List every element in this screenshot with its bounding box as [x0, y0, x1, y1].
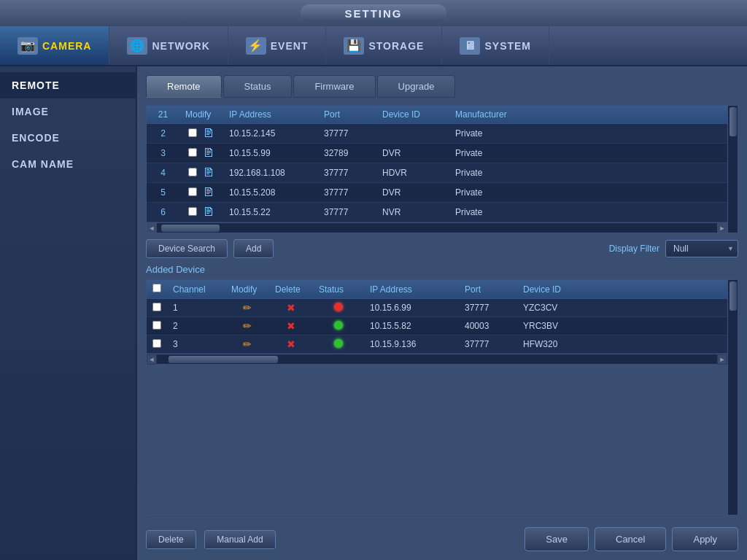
added-row-ip: 10.15.5.82	[364, 317, 459, 335]
added-row-deviceid: YZC3CV	[517, 299, 727, 317]
edit-icon[interactable]: ✏	[243, 302, 252, 314]
hscroll-thumb[interactable]	[161, 225, 220, 232]
tab-upgrade[interactable]: Upgrade	[377, 75, 456, 98]
added-row-check	[147, 317, 167, 335]
delete-row-icon[interactable]: ✖	[287, 338, 295, 350]
nav-bar: 📷 CAMERA 🌐 NETWORK ⚡ EVENT 💾 STORAGE 🖥 S…	[0, 26, 747, 66]
save-button[interactable]: Save	[525, 527, 589, 551]
added-row-channel: 1	[167, 299, 225, 317]
cancel-button[interactable]: Cancel	[595, 527, 666, 551]
row-port: 37777	[318, 183, 376, 203]
tab-remote[interactable]: Remote	[146, 75, 222, 98]
device-scroll-area: 21 Modify IP Address Port Device ID Manu…	[147, 106, 727, 222]
device-table-inner: 21 Modify IP Address Port Device ID Manu…	[147, 106, 727, 233]
added-hscroll-left[interactable]: ◄	[147, 354, 157, 365]
device-table-row: 6 🖹 10.15.5.22 37777 NVR Private	[147, 203, 727, 222]
added-row-checkbox[interactable]	[152, 339, 161, 348]
nav-system[interactable]: 🖥 SYSTEM	[442, 26, 549, 65]
row-modify: 🖹	[179, 144, 223, 163]
nav-storage-label: STORAGE	[368, 40, 424, 52]
sidebar-item-camname[interactable]: CAM NAME	[0, 151, 136, 177]
sidebar-item-image[interactable]: IMAGE	[0, 98, 136, 125]
row-port: 37777	[318, 124, 376, 144]
system-icon: 🖥	[460, 37, 480, 55]
nav-camera-label: CAMERA	[42, 40, 91, 52]
added-col-ip: IP Address	[364, 280, 459, 299]
row-num: 4	[147, 163, 179, 183]
added-col-status: Status	[313, 280, 364, 299]
row-checkbox[interactable]	[188, 148, 197, 157]
action-row: Device Search Add Display Filter Null	[146, 239, 738, 258]
status-dot	[334, 321, 343, 330]
added-hscroll-right[interactable]: ►	[717, 354, 727, 365]
bottom-row: Delete Manual Add Save Cancel Apply	[146, 521, 738, 551]
modify-icon[interactable]: 🖹	[203, 206, 214, 218]
row-ip: 10.15.5.22	[223, 203, 318, 222]
nav-network-label: NETWORK	[152, 40, 209, 52]
add-button[interactable]: Add	[233, 239, 274, 258]
added-row-deviceid: HFW320	[517, 335, 727, 354]
nav-camera[interactable]: 📷 CAMERA	[0, 26, 109, 65]
added-vscroll-thumb[interactable]	[729, 281, 737, 311]
manual-add-button[interactable]: Manual Add	[204, 530, 275, 549]
added-table-row: 3 ✏ ✖ 10.15.9.136 37777 HFW320	[147, 335, 727, 354]
tab-status[interactable]: Status	[223, 75, 293, 98]
row-checkbox[interactable]	[188, 207, 197, 216]
vscroll-thumb[interactable]	[729, 107, 737, 136]
col-ip: IP Address	[223, 106, 318, 124]
select-all-checkbox[interactable]	[152, 284, 161, 292]
sidebar-item-encode[interactable]: ENCODE	[0, 125, 136, 151]
nav-storage[interactable]: 💾 STORAGE	[326, 26, 442, 65]
row-checkbox[interactable]	[188, 187, 197, 196]
modify-icon[interactable]: 🖹	[203, 147, 214, 159]
device-table-row: 4 🖹 192.168.1.108 37777 HDVR Private	[147, 163, 727, 183]
delete-button[interactable]: Delete	[146, 530, 196, 549]
col-manufacturer: Manufacturer	[449, 106, 727, 124]
added-device-section: Added Device Channel Modify Delete St	[146, 264, 738, 521]
row-modify: 🖹	[179, 183, 223, 203]
sidebar: REMOTE IMAGE ENCODE CAM NAME	[0, 66, 137, 560]
added-row-status	[313, 317, 364, 335]
added-row-ip: 10.15.9.136	[364, 335, 459, 354]
modify-icon[interactable]: 🖹	[203, 186, 214, 198]
apply-button[interactable]: Apply	[672, 527, 738, 551]
edit-icon[interactable]: ✏	[243, 320, 252, 332]
added-row-port: 40003	[459, 317, 517, 335]
row-modify: 🖹	[179, 124, 223, 144]
added-table-row: 1 ✏ ✖ 10.15.6.99 37777 YZC3CV	[147, 299, 727, 317]
device-hscroll[interactable]: ◄ ►	[147, 222, 727, 233]
delete-row-icon[interactable]: ✖	[287, 320, 295, 332]
sidebar-item-remote[interactable]: REMOTE	[0, 72, 136, 98]
filter-select[interactable]: Null	[665, 240, 738, 257]
added-vscroll[interactable]	[727, 280, 738, 515]
added-hscroll[interactable]: ◄ ►	[147, 354, 727, 364]
tab-bar: Remote Status Firmware Upgrade	[146, 75, 738, 98]
tab-firmware[interactable]: Firmware	[293, 75, 375, 98]
added-row-deviceid: YRC3BV	[517, 317, 727, 335]
modify-icon[interactable]: 🖹	[203, 127, 214, 139]
col-deviceid: Device ID	[376, 106, 449, 124]
added-row-checkbox[interactable]	[152, 303, 161, 311]
row-checkbox[interactable]	[188, 128, 197, 137]
row-num: 5	[147, 183, 179, 203]
row-deviceid	[376, 124, 449, 144]
modify-icon[interactable]: 🖹	[203, 166, 214, 179]
added-row-checkbox[interactable]	[152, 321, 161, 330]
delete-row-icon[interactable]: ✖	[287, 302, 295, 314]
edit-icon[interactable]: ✏	[243, 338, 252, 350]
device-table-row: 5 🖹 10.15.5.208 37777 DVR Private	[147, 183, 727, 203]
hscroll-left-arrow[interactable]: ◄	[147, 223, 157, 233]
row-checkbox[interactable]	[188, 168, 197, 176]
added-hscroll-thumb[interactable]	[169, 356, 278, 363]
hscroll-right-arrow[interactable]: ►	[717, 223, 727, 233]
col-check	[147, 280, 167, 299]
filter-select-wrapper: Null	[665, 240, 738, 257]
col-port: Port	[318, 106, 376, 124]
row-port: 37777	[318, 203, 376, 222]
device-vscroll[interactable]	[727, 106, 738, 233]
nav-network[interactable]: 🌐 NETWORK	[109, 26, 228, 65]
nav-event[interactable]: ⚡ EVENT	[228, 26, 327, 65]
row-deviceid: NVR	[376, 203, 449, 222]
device-search-button[interactable]: Device Search	[146, 239, 228, 258]
row-modify: 🖹	[179, 163, 223, 183]
